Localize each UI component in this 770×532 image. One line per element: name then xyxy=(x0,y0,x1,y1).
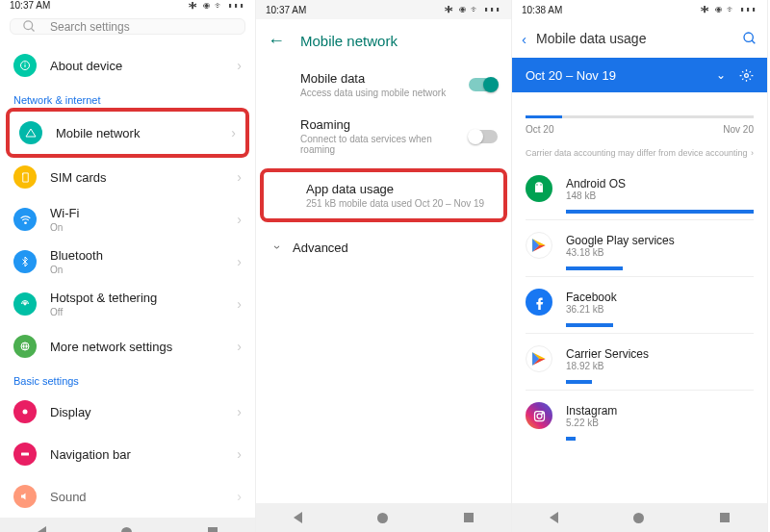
row-display[interactable]: Display › xyxy=(0,391,255,433)
search-icon[interactable] xyxy=(742,31,757,46)
app-usage-bar xyxy=(566,323,754,327)
divider xyxy=(526,390,754,391)
chevron-right-icon: › xyxy=(237,404,242,419)
nav-home-icon[interactable] xyxy=(121,527,132,533)
carrier-note[interactable]: Carrier data accounting may differ from … xyxy=(526,148,754,158)
row-about-device[interactable]: About device › xyxy=(0,44,255,87)
date-range-label: Oct 20 – Nov 19 xyxy=(526,68,716,83)
nav-back-icon[interactable] xyxy=(550,512,558,523)
status-bar: 10:37 AM ✱ ⦿ ᯤ ▮▮▮ xyxy=(256,0,511,19)
row-roaming[interactable]: Roaming Connect to data services when ro… xyxy=(256,108,511,165)
chevron-right-icon: › xyxy=(237,212,242,227)
row-navigation-bar[interactable]: Navigation bar › xyxy=(0,433,255,475)
row-app-data-usage[interactable]: App data usage 251 kB mobile data used O… xyxy=(268,178,500,213)
divider xyxy=(526,276,754,277)
roaming-toggle[interactable] xyxy=(469,130,498,143)
roaming-sub: Connect to data services when roaming xyxy=(300,134,469,155)
row-sound[interactable]: Sound › xyxy=(0,475,255,518)
mobile-network-icon xyxy=(19,121,42,144)
app-size: 148 kB xyxy=(566,190,754,201)
search-settings[interactable]: Search settings xyxy=(10,18,245,35)
row-mobile-network[interactable]: Mobile network › xyxy=(13,117,242,148)
app-icon xyxy=(526,175,552,202)
page-title: Mobile data usage xyxy=(536,31,742,46)
chevron-right-icon: › xyxy=(237,339,242,354)
navigation-bar-icon xyxy=(13,443,37,466)
app-usage-bar xyxy=(566,266,754,270)
svg-point-16 xyxy=(537,414,542,418)
back-arrow-icon[interactable]: ← xyxy=(268,31,285,51)
nav-recent-icon[interactable] xyxy=(720,513,730,522)
app-name: Google Play services xyxy=(566,234,754,247)
status-icons: ✱ ⦿ ᯤ ▮▮▮ xyxy=(445,5,501,14)
timeline-start: Oct 20 xyxy=(526,124,553,135)
nav-recent-icon[interactable] xyxy=(464,513,474,522)
app-icon xyxy=(526,402,552,429)
wifi-icon xyxy=(13,208,37,231)
carrier-note-text: Carrier data accounting may differ from … xyxy=(526,148,747,158)
app-usage-row[interactable]: Android OS148 kB xyxy=(512,167,767,206)
app-bar: ← Mobile network xyxy=(256,19,511,62)
chevron-down-icon: › xyxy=(270,245,284,249)
svg-line-1 xyxy=(31,28,34,31)
row-advanced[interactable]: › Advanced xyxy=(256,226,511,268)
app-usage-row[interactable]: Facebook36.21 kB xyxy=(512,281,767,319)
nav-recent-icon[interactable] xyxy=(208,527,218,532)
page-title: Mobile network xyxy=(300,33,398,49)
app-usage-row[interactable]: Google Play services43.18 kB xyxy=(512,224,767,263)
back-chevron-icon[interactable]: ‹ xyxy=(522,31,526,47)
app-usage-list: Android OS148 kBGoogle Play services43.1… xyxy=(512,164,767,441)
about-device-label: About device xyxy=(50,59,237,73)
svg-point-13 xyxy=(536,184,537,185)
app-usage-row[interactable]: Carrier Services18.92 kB xyxy=(512,338,767,376)
chevron-right-icon: › xyxy=(237,296,242,312)
app-icon xyxy=(526,289,552,316)
svg-point-10 xyxy=(744,33,753,41)
chevron-right-icon: › xyxy=(237,489,242,504)
sim-cards-label: SIM cards xyxy=(50,170,237,185)
nav-home-icon[interactable] xyxy=(633,513,644,523)
nav-back-icon[interactable] xyxy=(38,526,46,532)
svg-point-6 xyxy=(24,303,26,305)
search-placeholder: Search settings xyxy=(50,20,130,34)
row-sim-cards[interactable]: SIM cards › xyxy=(0,156,255,198)
date-range-selector[interactable]: Oct 20 – Nov 19 ⌄ xyxy=(512,58,767,92)
sound-icon xyxy=(13,485,37,508)
section-network-label: Network & internet xyxy=(0,87,255,110)
mobile-network-label: Mobile network xyxy=(56,126,231,140)
row-wifi[interactable]: Wi-FiOn › xyxy=(0,198,255,241)
status-time: 10:37 AM xyxy=(266,5,306,15)
row-mobile-data[interactable]: Mobile data Access data using mobile net… xyxy=(256,62,511,108)
app-usage-bar xyxy=(566,210,754,214)
bluetooth-label: Bluetooth xyxy=(50,248,237,263)
app-size: 5.22 kB xyxy=(566,418,754,428)
nav-back-icon[interactable] xyxy=(294,512,302,523)
status-icons: ✱ ⦿ ᯤ ▮▮▮ xyxy=(189,1,245,11)
nav-home-icon[interactable] xyxy=(377,513,388,523)
svg-point-14 xyxy=(540,184,541,185)
screen-data-usage: 10:38 AM ✱ ⦿ ᯤ ▮▮▮ ‹ Mobile data usage O… xyxy=(512,0,768,532)
svg-rect-9 xyxy=(21,453,29,456)
chevron-right-icon: › xyxy=(237,169,242,185)
divider xyxy=(526,333,754,334)
status-time: 10:38 AM xyxy=(522,5,562,15)
advanced-label: Advanced xyxy=(293,241,498,255)
app-usage-row[interactable]: Instagram5.22 kB xyxy=(512,394,767,433)
row-hotspot[interactable]: Hotspot & tetheringOff › xyxy=(0,283,255,325)
row-bluetooth[interactable]: BluetoothOn › xyxy=(0,241,255,283)
row-more-network[interactable]: More network settings › xyxy=(0,325,255,367)
status-icons: ✱ ⦿ ᯤ ▮▮▮ xyxy=(701,5,757,14)
svg-point-17 xyxy=(542,412,543,413)
more-network-icon xyxy=(13,335,37,358)
mobile-data-sub: Access data using mobile network xyxy=(300,88,469,98)
gear-icon[interactable] xyxy=(739,68,754,83)
app-name: Android OS xyxy=(566,177,754,190)
timeline: Oct 20 Nov 20 xyxy=(526,115,754,135)
wifi-label: Wi-Fi xyxy=(50,206,237,220)
highlight-app-data-usage: App data usage 251 kB mobile data used O… xyxy=(260,168,507,222)
mobile-data-toggle[interactable] xyxy=(469,78,498,91)
bluetooth-icon xyxy=(13,250,37,273)
svg-point-8 xyxy=(23,410,28,415)
display-label: Display xyxy=(50,405,237,419)
app-name: Instagram xyxy=(566,404,754,418)
